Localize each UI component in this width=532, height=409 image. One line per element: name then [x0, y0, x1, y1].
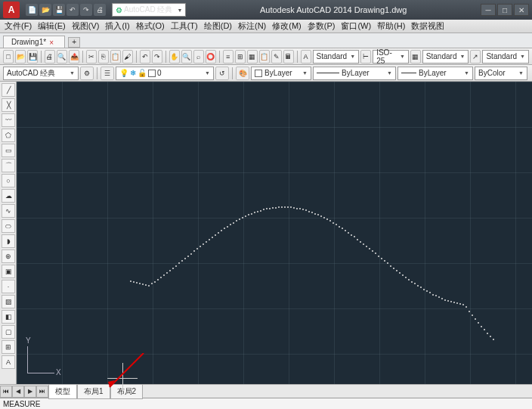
- tool-polygon-icon[interactable]: ⬠: [2, 129, 15, 142]
- tool-undo-icon[interactable]: ↶: [140, 50, 150, 64]
- tool-insert-icon[interactable]: ⊕: [2, 249, 15, 263]
- tool-plot-icon[interactable]: 🖨: [45, 50, 55, 64]
- tool-color-icon[interactable]: 🎨: [236, 67, 249, 80]
- qat-print-icon[interactable]: 🖨: [94, 4, 106, 16]
- drawing-canvas[interactable]: Y X: [17, 82, 532, 384]
- linetype-dropdown[interactable]: ByLayer▼: [313, 67, 396, 80]
- qat-open-icon[interactable]: 📂: [39, 4, 51, 16]
- tool-zoom-icon[interactable]: 🔍: [181, 50, 192, 64]
- new-tab-button[interactable]: +: [68, 37, 80, 48]
- workspace-selector[interactable]: ⚙ AutoCAD 经典 ▼: [112, 3, 186, 17]
- layer-dropdown[interactable]: 💡 ❄ 🔓 0 ▼: [116, 67, 214, 80]
- menu-edit[interactable]: 编辑(E): [38, 20, 66, 32]
- plotstyle-dropdown[interactable]: ByColor▼: [475, 67, 527, 80]
- menu-modify[interactable]: 修改(M): [272, 20, 302, 32]
- menu-view[interactable]: 视图(V): [72, 20, 100, 32]
- tool-rectangle-icon[interactable]: ▭: [2, 144, 15, 157]
- close-button[interactable]: ✕: [514, 4, 529, 16]
- tool-redo-icon[interactable]: ↷: [152, 50, 162, 64]
- layout-tab-2[interactable]: 布局2: [110, 384, 144, 399]
- menu-window[interactable]: 窗口(W): [341, 20, 371, 32]
- menu-dataview[interactable]: 数据视图: [411, 20, 444, 32]
- menu-parametric[interactable]: 参数(P): [308, 20, 336, 32]
- tool-hatch-icon[interactable]: ▨: [2, 295, 15, 308]
- tool-calc-icon[interactable]: 🖩: [283, 50, 294, 64]
- tool-line-icon[interactable]: ╱: [2, 83, 15, 97]
- tool-copy-icon[interactable]: ⎘: [98, 50, 109, 64]
- tool-xline-icon[interactable]: ╳: [2, 98, 15, 112]
- tool-open-icon[interactable]: 📂: [15, 50, 26, 64]
- tool-circle-icon[interactable]: ○: [2, 174, 15, 187]
- qat-redo-icon[interactable]: ↷: [80, 4, 92, 16]
- tool-ellipse-icon[interactable]: ⬭: [2, 219, 15, 233]
- text-style-dropdown[interactable]: Standard▼: [313, 50, 360, 64]
- tab-last-button[interactable]: ⏭: [36, 386, 48, 398]
- tool-new-icon[interactable]: □: [3, 50, 14, 64]
- menu-file[interactable]: 文件(F): [5, 20, 32, 32]
- tool-wssettings-icon[interactable]: ⚙: [80, 67, 94, 80]
- app-logo[interactable]: A: [3, 2, 20, 18]
- tool-dsettings-icon[interactable]: ⊞: [235, 50, 246, 64]
- tool-layerprev-icon[interactable]: ↺: [215, 67, 229, 80]
- tool-cut-icon[interactable]: ✂: [86, 50, 97, 64]
- tool-mleader-icon[interactable]: ↗: [470, 50, 481, 64]
- mleader-style-dropdown[interactable]: Standard▼: [482, 50, 529, 64]
- qat-new-icon[interactable]: 📄: [26, 4, 38, 16]
- tool-point-icon[interactable]: ·: [2, 280, 15, 293]
- tool-region-icon[interactable]: ▢: [2, 325, 15, 339]
- workspace-dropdown[interactable]: AutoCAD 经典▼: [3, 67, 79, 80]
- menu-help[interactable]: 帮助(H): [377, 20, 405, 32]
- table-style-dropdown[interactable]: Standard▼: [422, 50, 469, 64]
- tool-mtext-icon[interactable]: A: [2, 355, 15, 369]
- tool-paste-icon[interactable]: 📋: [110, 50, 121, 64]
- tool-markup-icon[interactable]: ✎: [271, 50, 282, 64]
- tab-next-button[interactable]: ▶: [24, 386, 36, 398]
- tool-pline-icon[interactable]: 〰: [2, 113, 15, 127]
- menu-insert[interactable]: 插入(I): [105, 20, 129, 32]
- layout-tab-1[interactable]: 布局1: [77, 384, 110, 399]
- menu-draw[interactable]: 绘图(D): [204, 20, 232, 32]
- tool-ellipsearc-icon[interactable]: ◗: [2, 234, 15, 248]
- tool-block-icon[interactable]: ▣: [2, 265, 15, 278]
- tab-first-button[interactable]: ⏮: [0, 386, 12, 398]
- tool-match-icon[interactable]: 🖌: [122, 50, 133, 64]
- tab-prev-button[interactable]: ◀: [12, 386, 24, 398]
- chevron-down-icon: ▼: [350, 54, 355, 59]
- lineweight-dropdown[interactable]: ByLayer▼: [397, 67, 473, 80]
- menu-dimension[interactable]: 标注(N): [238, 20, 266, 32]
- tool-arc-icon[interactable]: ⌒: [2, 159, 15, 172]
- qat-save-icon[interactable]: 💾: [53, 4, 65, 16]
- tool-orbit-icon[interactable]: ⭕: [206, 50, 216, 64]
- maximize-button[interactable]: □: [497, 4, 512, 16]
- tool-publish-icon[interactable]: 📤: [69, 50, 79, 64]
- lock-icon: 🔓: [138, 69, 147, 77]
- tool-preview-icon[interactable]: 🔍: [57, 50, 67, 64]
- minimize-button[interactable]: ─: [481, 4, 496, 16]
- tool-table-icon[interactable]: ▦: [410, 50, 421, 64]
- color-label: ByLayer: [264, 69, 292, 77]
- command-window[interactable]: MEASURE 选择要定距等分的对象: ⌨ MEASURE 指定线段长度或 [块…: [0, 398, 532, 409]
- mleader-style-label: Standard: [486, 52, 517, 60]
- file-tab-drawing1[interactable]: Drawing1* ×: [3, 36, 65, 48]
- layout-tab-model[interactable]: 模型: [48, 384, 77, 399]
- tool-gradient-icon[interactable]: ◧: [2, 310, 15, 324]
- qat-undo-icon[interactable]: ↶: [66, 4, 79, 16]
- close-icon[interactable]: ×: [49, 39, 57, 46]
- tool-tpalette-icon[interactable]: ▦: [247, 50, 258, 64]
- tool-table-icon[interactable]: ⊞: [2, 340, 15, 354]
- workspace-dd-label: AutoCAD 经典: [7, 68, 55, 79]
- menu-tools[interactable]: 工具(T): [171, 20, 198, 32]
- dim-style-dropdown[interactable]: ISO-25▼: [373, 50, 409, 64]
- tool-sheet-icon[interactable]: 📋: [259, 50, 270, 64]
- tool-zoomwin-icon[interactable]: ⌕: [193, 50, 204, 64]
- tool-layermgr-icon[interactable]: ☰: [101, 67, 114, 80]
- color-dropdown[interactable]: ByLayer▼: [251, 67, 311, 80]
- tool-dim-icon[interactable]: ⊢: [360, 50, 371, 64]
- tool-spline-icon[interactable]: ∿: [2, 204, 15, 218]
- menu-format[interactable]: 格式(O): [136, 20, 165, 32]
- tool-props-icon[interactable]: ≡: [223, 50, 234, 64]
- tool-save-icon[interactable]: 💾: [27, 50, 38, 64]
- tool-revcloud-icon[interactable]: ☁: [2, 189, 15, 203]
- tool-text-icon[interactable]: A: [301, 50, 311, 64]
- tool-pan-icon[interactable]: ✋: [169, 50, 180, 64]
